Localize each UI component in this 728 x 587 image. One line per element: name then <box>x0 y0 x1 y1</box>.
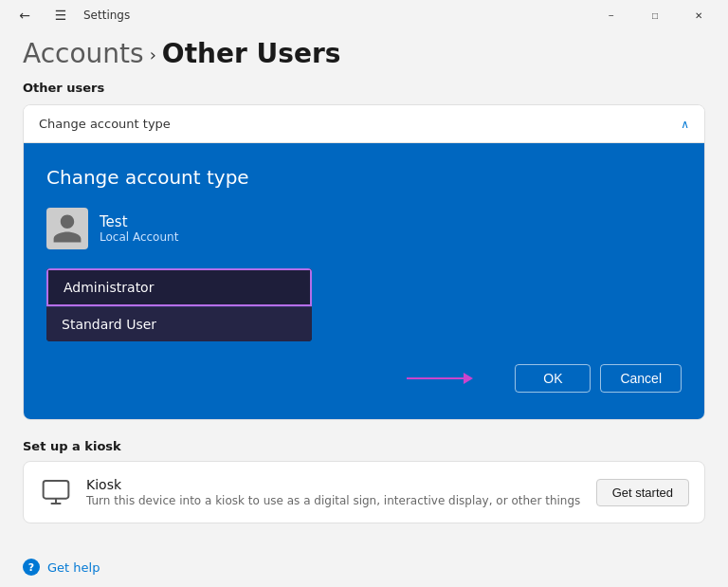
menu-button[interactable]: ☰ <box>47 2 74 28</box>
get-help-row: ? Get help <box>0 547 122 587</box>
back-button[interactable]: ← <box>11 2 38 28</box>
other-users-section-header: Other users <box>23 81 705 95</box>
user-name: Test <box>100 213 178 230</box>
kiosk-card: Kiosk Turn this device into a kiosk to u… <box>23 461 705 523</box>
get-started-button[interactable]: Get started <box>596 479 689 506</box>
kiosk-icon <box>39 475 73 509</box>
breadcrumb-current: Other Users <box>162 38 341 69</box>
modal-footer: OK Cancel <box>46 364 682 393</box>
kiosk-section-header: Set up a kiosk <box>23 439 705 453</box>
breadcrumb: Accounts › Other Users <box>23 38 705 69</box>
settings-title: Settings <box>83 9 130 22</box>
breadcrumb-chevron: › <box>150 45 156 64</box>
kiosk-name: Kiosk <box>86 477 583 492</box>
dropdown-item-standard-user[interactable]: Standard User <box>46 306 312 341</box>
close-button[interactable]: ✕ <box>677 0 720 30</box>
account-type-dropdown[interactable]: Administrator Standard User <box>46 268 312 341</box>
cancel-button[interactable]: Cancel <box>600 364 682 393</box>
main-content: Accounts › Other Users Other users Chang… <box>0 30 728 539</box>
user-account-type: Local Account <box>100 230 178 244</box>
user-text: Test Local Account <box>100 213 178 244</box>
maximize-button[interactable]: □ <box>633 0 677 30</box>
dropdown-selector[interactable]: Change account type ∧ <box>24 105 704 143</box>
modal-title: Change account type <box>46 166 682 189</box>
get-help-link[interactable]: Get help <box>47 560 100 575</box>
other-users-card: Change account type ∧ Change account typ… <box>23 104 705 420</box>
ok-button[interactable]: OK <box>515 364 591 393</box>
user-info: Test Local Account <box>46 208 682 249</box>
kiosk-text-block: Kiosk Turn this device into a kiosk to u… <box>86 477 583 507</box>
avatar <box>46 208 88 249</box>
get-help-icon: ? <box>23 559 40 576</box>
svg-rect-0 <box>44 481 69 499</box>
kiosk-description: Turn this device into a kiosk to use as … <box>86 494 583 507</box>
minimize-button[interactable]: − <box>590 0 633 30</box>
arrow-head-icon <box>464 373 473 384</box>
title-bar-left: ← ☰ Settings <box>11 2 130 28</box>
dropdown-chevron-icon: ∧ <box>681 118 689 131</box>
dropdown-item-administrator[interactable]: Administrator <box>46 268 312 306</box>
window-controls: − □ ✕ <box>590 0 720 30</box>
arrow-indicator <box>407 373 473 384</box>
title-bar: ← ☰ Settings − □ ✕ <box>0 0 728 30</box>
breadcrumb-accounts[interactable]: Accounts <box>23 38 144 69</box>
change-account-modal: Change account type Test Local Account A… <box>24 143 704 419</box>
dropdown-selector-label: Change account type <box>39 117 171 131</box>
arrow-line <box>407 373 473 384</box>
user-avatar-icon <box>50 211 84 246</box>
arrow-shaft <box>407 377 464 379</box>
